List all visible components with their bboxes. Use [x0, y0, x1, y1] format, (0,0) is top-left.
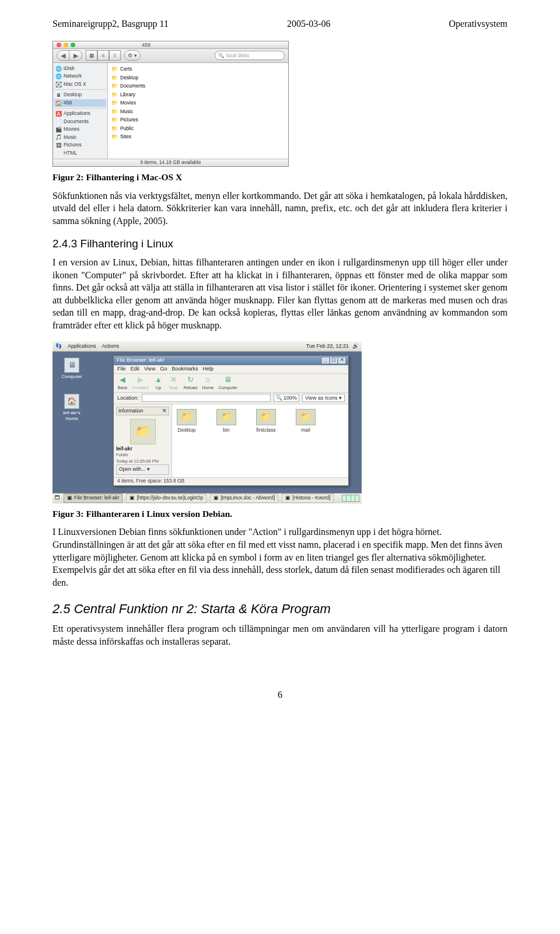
menu-item[interactable]: Help — [202, 365, 214, 372]
menu-item[interactable]: Edit — [131, 365, 140, 372]
window-icon: ▣ — [130, 495, 135, 501]
sidepane-tab[interactable]: Information✕ — [116, 407, 169, 415]
back-button[interactable]: ◀ — [57, 50, 69, 61]
workspace-switcher[interactable] — [342, 495, 359, 502]
forward-icon: ▶ — [135, 374, 146, 384]
sidebar-item[interactable]: 🎵Music — [54, 134, 106, 141]
folder-item[interactable]: 📁Desktop — [111, 74, 285, 82]
sidebar-item[interactable]: 🖼Pictures — [54, 141, 106, 149]
location-input[interactable] — [142, 394, 271, 402]
sidebar-item[interactable]: 🏠458 — [54, 99, 106, 107]
sidebar-item-label: iDisk — [64, 65, 74, 72]
folder-icon: 📁 — [111, 117, 118, 123]
window-icon: ▣ — [67, 495, 72, 501]
menu-item[interactable]: View — [144, 365, 155, 372]
folder-icon: 📁 — [296, 409, 316, 425]
show-desktop-icon[interactable]: 🗔 — [55, 495, 60, 501]
folder-item[interactable]: 📁Documents — [111, 82, 285, 90]
header-left: Seminareigrupp2, Basgrupp 11 — [52, 18, 169, 30]
sidebar-item[interactable]: 💽Mac OS X — [54, 81, 106, 88]
sidepane-date: Today at 12:05:06 PM — [116, 459, 169, 464]
folder-item[interactable]: 📁Sites — [111, 133, 285, 141]
zoom-icon[interactable] — [71, 43, 75, 47]
toolbar-button-label: Stop — [169, 385, 178, 391]
view-cols-icon[interactable]: ⫴ — [109, 50, 121, 61]
desktop-icon-label: Computer — [61, 374, 82, 380]
taskbar-entry-label: [Historia - Kword] — [292, 495, 330, 501]
search-placeholder: local disks — [226, 53, 249, 59]
menu-item[interactable]: Bookmarks — [172, 365, 198, 372]
close-icon[interactable]: ✕ — [162, 408, 167, 414]
file-item[interactable]: 📁firstclass — [256, 409, 276, 433]
sidebar-item-label: Mac OS X — [64, 81, 86, 88]
sidebar-item[interactable]: 🎬Movies — [54, 125, 106, 133]
mac-titlebar: 458 — [53, 41, 288, 49]
folder-icon: 📁 — [111, 75, 118, 81]
action-menu[interactable]: ⚙ ▾ — [124, 50, 141, 61]
toolbar-button-computer[interactable]: 🖥Computer — [218, 374, 237, 391]
gnome-top-panel: 👣 Applications Actions Tue Feb 22, 12:21… — [52, 341, 362, 352]
menu-item[interactable]: Go — [160, 365, 167, 372]
desktop-icon-home[interactable]: 🏠 leif-akr's Home — [57, 394, 86, 423]
folder-item[interactable]: 📁Library — [111, 90, 285, 99]
sidebar-item[interactable]: HTML — [54, 149, 106, 157]
toolbar-button-home[interactable]: ⌂Home — [202, 374, 214, 391]
volume-icon[interactable]: 🔊 — [352, 342, 359, 349]
sidebar-item[interactable]: 📄Documents — [54, 118, 106, 125]
panel-menu-actions[interactable]: Actions — [102, 342, 120, 349]
view-icons-icon[interactable]: ▦ — [86, 50, 97, 61]
taskbar-entry[interactable]: ▣[tmpLinux.doc - Abiword] — [210, 494, 278, 502]
toolbar-button-back[interactable]: ◀Back — [117, 374, 128, 391]
folder-item-label: Sites — [120, 134, 131, 140]
folder-icon: 📁 — [177, 409, 197, 425]
minimize-icon[interactable] — [64, 43, 68, 47]
up-icon: ▲ — [153, 374, 164, 384]
sidebar-icon: 🎵 — [55, 134, 62, 141]
gnome-desktop: 🖥 Computer 🏠 leif-akr's Home File Browse… — [52, 352, 362, 493]
toolbar-button-label: Forward — [132, 385, 149, 391]
back-icon: ◀ — [117, 374, 128, 384]
view-list-icon[interactable]: ≡ — [97, 50, 109, 61]
home-icon: 🏠 — [64, 394, 79, 409]
view-mode-select[interactable]: View as Icons ▾ — [302, 394, 345, 402]
maximize-button[interactable]: ▢ — [330, 358, 337, 363]
folder-item[interactable]: 📁Certs — [111, 65, 285, 74]
close-button[interactable]: ✕ — [338, 358, 345, 363]
folder-item[interactable]: 📁Public — [111, 124, 285, 132]
taskbar-entry[interactable]: ▣[Historia - Kword] — [282, 494, 334, 502]
location-label: Location: — [117, 394, 139, 401]
file-item[interactable]: 📁mail — [296, 409, 316, 433]
zoom-control[interactable]: 🔍 100% — [274, 394, 300, 402]
search-input[interactable]: 🔍 local disks — [215, 51, 285, 60]
sidebar-item[interactable]: 🌐iDisk — [54, 65, 106, 72]
folder-item[interactable]: 📁Music — [111, 107, 285, 116]
menu-item[interactable]: File — [117, 365, 126, 372]
open-with-button[interactable]: Open with... ▾ — [116, 464, 169, 474]
close-icon[interactable] — [57, 43, 61, 47]
folder-item[interactable]: 📁Movies — [111, 99, 285, 107]
sidebar-item[interactable]: 🅰️Applications — [54, 110, 106, 117]
toolbar-button-reload[interactable]: ↻Reload — [184, 374, 198, 391]
foot-icon[interactable]: 👣 — [55, 342, 62, 349]
file-item[interactable]: 📁Desktop — [177, 409, 197, 433]
toolbar-button-up[interactable]: ▲Up — [153, 374, 164, 391]
stop-icon: ✖ — [169, 374, 179, 384]
minimize-button[interactable]: _ — [322, 358, 329, 363]
toolbar-button-label: Reload — [184, 385, 198, 391]
sidepane-type: Folder — [116, 452, 169, 458]
taskbar-entry[interactable]: ▣File Browser: leif-akr — [64, 494, 123, 502]
view-segmented[interactable]: ▦ ≡ ⫴ — [86, 50, 121, 61]
sidebar-icon: 🌐 — [55, 65, 62, 72]
taskbar-entry[interactable]: ▣[https://jido-dsv.su.se]LoginOp — [126, 494, 206, 502]
sidebar-icon: 🖥 — [55, 92, 62, 99]
folder-item[interactable]: 📁Pictures — [111, 116, 285, 124]
sidepane-folder-name: leif-akr — [116, 446, 169, 452]
file-item[interactable]: 📁bin — [216, 409, 236, 433]
forward-button[interactable]: ▶ — [69, 50, 82, 61]
nautilus-locationbar: Location: 🔍 100% View as Icons ▾ — [114, 393, 348, 404]
sidebar-item[interactable]: 🖥Desktop — [54, 91, 106, 99]
sidebar-item[interactable]: 🌐Network — [54, 72, 106, 80]
desktop-icon-computer[interactable]: 🖥 Computer — [57, 358, 86, 380]
panel-menu-applications[interactable]: Applications — [68, 342, 96, 349]
sidebar-icon: 🌐 — [55, 74, 62, 80]
